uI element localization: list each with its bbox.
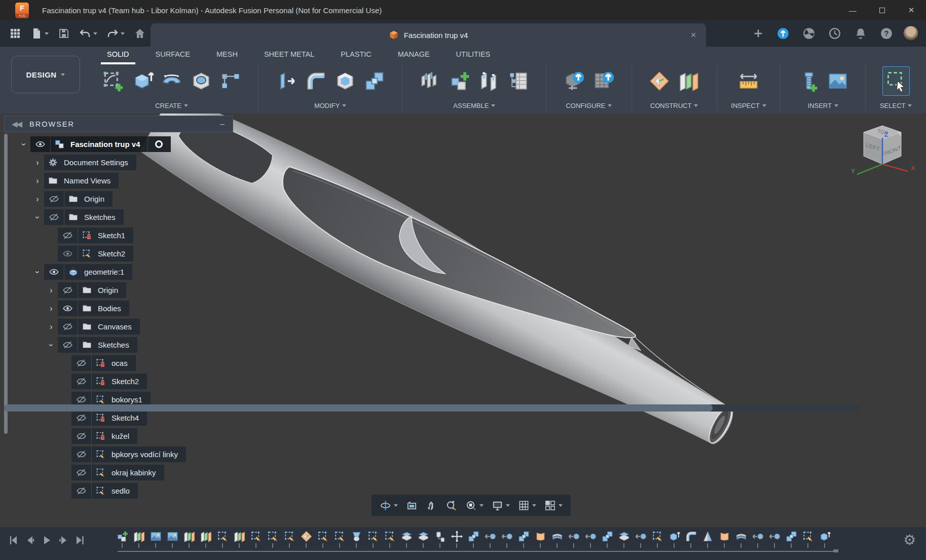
pan-button[interactable]	[422, 495, 441, 516]
timeline-feature-combine[interactable]	[467, 530, 480, 548]
browser-row-ku-el[interactable]: kužel	[4, 428, 233, 444]
browser-row-bodies[interactable]: ›Bodies	[4, 301, 233, 316]
document-tab[interactable]: Fascination trup v4 ×	[151, 23, 706, 47]
timeline-feature-combine[interactable]	[517, 530, 530, 548]
chevron-down-icon[interactable]	[93, 32, 97, 35]
browser-row-canvases[interactable]: ›Canvases	[4, 319, 233, 334]
timeline-feature-fillet[interactable]	[684, 530, 697, 548]
timeline-feature-sketch[interactable]	[249, 530, 263, 548]
timeline-feature-extrude-flat[interactable]	[400, 530, 413, 548]
close-button[interactable]: ✕	[897, 0, 926, 20]
timeline-settings-gear-icon[interactable]: ⚙	[903, 533, 916, 547]
bom-tool-button[interactable]	[505, 66, 532, 96]
help-button[interactable]: ?	[877, 24, 896, 43]
minimize-panel-icon[interactable]: –	[220, 120, 226, 129]
browser-row-ocas[interactable]: ocas	[4, 355, 233, 371]
timeline-feature-plane[interactable]	[132, 530, 145, 548]
activate-component-radio[interactable]	[147, 136, 163, 152]
timeline-feature-sketch[interactable]	[651, 530, 664, 548]
chevron-expanded-icon[interactable]: ›	[33, 266, 42, 279]
offset-plane-tool-button[interactable]	[646, 66, 673, 96]
timeline-feature-revolve-tri[interactable]	[701, 530, 714, 548]
timeline-feature-link[interactable]	[584, 530, 597, 548]
measure-tool-button[interactable]	[735, 66, 762, 96]
timeline-feature-sketch[interactable]	[316, 530, 329, 548]
ribbon-tab-manage[interactable]: MANAGE	[385, 47, 443, 63]
visibility-on-icon[interactable]	[30, 136, 51, 152]
timeline-feature-canvas[interactable]	[166, 530, 179, 548]
timeline-feature-cylinder-copy[interactable]	[433, 530, 447, 548]
timeline-scrollbar-thumb[interactable]	[4, 404, 713, 412]
visibility-off-icon[interactable]	[58, 228, 78, 243]
play-button[interactable]	[41, 534, 53, 546]
visibility-off-icon[interactable]	[71, 410, 92, 426]
undo-button[interactable]	[76, 25, 100, 42]
ribbon-tab-plastic[interactable]: PLASTIC	[327, 47, 384, 63]
plus-button[interactable]	[750, 25, 767, 42]
chevron-collapsed-icon[interactable]: ›	[45, 322, 58, 331]
timeline-feature-link[interactable]	[500, 530, 513, 548]
minimize-button[interactable]: —	[838, 0, 867, 20]
browser-row-bpkorys-vod-c-linky[interactable]: bpkorys vodící linky	[4, 446, 233, 462]
chevron-collapsed-icon[interactable]: ›	[45, 286, 58, 295]
visibility-off-icon[interactable]	[71, 465, 92, 480]
view-cube[interactable]: TOP LEFT FRONT Z Y X	[848, 118, 919, 183]
browser-header[interactable]: ◀◀ BROWSER –	[4, 116, 233, 132]
timeline-feature-sketch[interactable]	[333, 530, 346, 548]
canvas-tool-button[interactable]	[824, 66, 851, 96]
timeline-feature-patch[interactable]	[718, 530, 731, 548]
visibility-off-icon[interactable]	[71, 483, 92, 499]
timeline-feature-plane[interactable]	[182, 530, 196, 548]
timeline-feature-extrude-flat[interactable]	[417, 530, 430, 548]
timeline-feature-loft[interactable]	[350, 530, 363, 548]
browser-row-origin[interactable]: ›Origin	[4, 282, 233, 298]
orbit-button[interactable]	[376, 495, 402, 516]
chevron-down-icon[interactable]	[394, 504, 398, 507]
timeline-feature-sketch[interactable]	[216, 530, 229, 548]
timeline-feature-extrude-up[interactable]	[818, 530, 831, 548]
visibility-off-icon[interactable]	[58, 337, 78, 353]
hole-tool-button[interactable]	[188, 66, 215, 96]
ribbon-group-label[interactable]: CONSTRUCT	[650, 102, 698, 111]
new-component-tool-button[interactable]	[446, 66, 473, 96]
visibility-on-icon[interactable]	[44, 264, 64, 280]
grid-layout-button[interactable]	[514, 495, 540, 516]
step-back-button[interactable]	[24, 534, 36, 546]
viewports-button[interactable]	[540, 495, 567, 516]
timeline-feature-extrude-flat[interactable]	[617, 530, 631, 548]
collapse-panel-icon[interactable]: ◀◀	[12, 120, 21, 129]
visibility-off-icon[interactable]	[58, 282, 78, 298]
timeline-feature-sketch[interactable]	[366, 530, 380, 548]
configure-table-tool-button[interactable]	[590, 66, 617, 96]
extrude-tool-button[interactable]	[129, 66, 156, 96]
timeline-feature-thicken[interactable]	[550, 530, 564, 548]
chevron-expanded-icon[interactable]: ›	[19, 138, 28, 151]
live-update-button[interactable]	[773, 24, 793, 43]
timeline-feature-component-new[interactable]	[116, 530, 129, 548]
visibility-on-icon[interactable]	[58, 246, 78, 262]
chevron-collapsed-icon[interactable]: ›	[45, 304, 58, 313]
chevron-expanded-icon[interactable]: ›	[33, 211, 42, 224]
shell-tool-button[interactable]	[331, 66, 359, 96]
step-forward-button[interactable]	[57, 534, 69, 546]
timeline-feature-link[interactable]	[768, 530, 781, 548]
chevron-collapsed-icon[interactable]: ›	[31, 158, 44, 167]
ribbon-group-label[interactable]: CREATE	[155, 102, 188, 111]
visibility-off-icon[interactable]	[71, 355, 92, 371]
zoom-button[interactable]	[441, 495, 461, 516]
browser-row-sketch2[interactable]: Sketch2	[4, 246, 233, 262]
visibility-off-icon[interactable]	[71, 428, 92, 444]
chevron-collapsed-icon[interactable]: ›	[31, 195, 44, 204]
timeline-feature-cplane[interactable]	[300, 530, 313, 548]
viewport-3d[interactable]: ◀◀ BROWSER – ›Fascination trup v4›Docume…	[0, 114, 926, 527]
timeline-feature-sketch[interactable]	[283, 530, 296, 548]
user-avatar[interactable]	[903, 25, 919, 42]
timeline-feature-sketch[interactable]	[266, 530, 279, 548]
joint-tool-button[interactable]	[475, 66, 503, 96]
browser-row-origin[interactable]: ›Origin	[4, 191, 233, 207]
browser-row-sketches[interactable]: ›Sketches	[4, 209, 233, 225]
timeline-feature-link[interactable]	[484, 530, 497, 548]
chevron-down-icon[interactable]	[479, 504, 484, 507]
timeline-feature-canvas[interactable]	[149, 530, 162, 548]
chevron-down-icon[interactable]	[559, 504, 563, 507]
